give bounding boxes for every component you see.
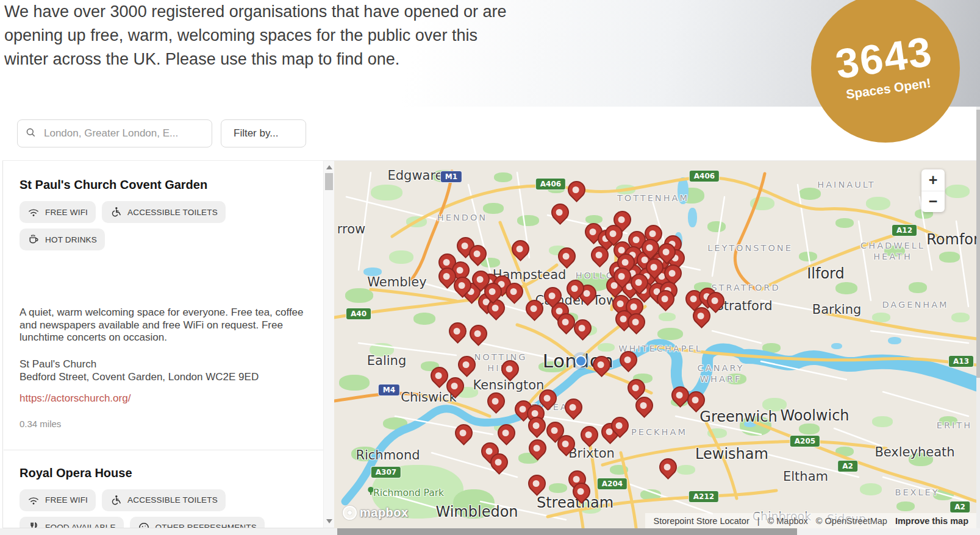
road-shield: A204 <box>597 478 628 490</box>
scroll-down-icon[interactable] <box>326 519 332 523</box>
map-label: HENDON <box>437 213 487 222</box>
amenity-list: FREE WIFIACCESSIBLE TOILETSHOT DRINKS <box>20 201 306 250</box>
attribution-osm-link[interactable]: © OpenStreetMap <box>816 516 887 526</box>
intro-text: We have over 3000 registered organisatio… <box>4 0 523 71</box>
listing-card[interactable]: St Paul's Church Covent GardenFREE WIFIA… <box>4 161 323 450</box>
search-input[interactable] <box>43 127 204 140</box>
attribution-brand: Storepoint Store Locator <box>654 516 749 526</box>
amenity-label: OTHER REFRESHMENTS <box>156 523 257 528</box>
road-shield: A40 <box>346 308 371 320</box>
road-shield: A406 <box>689 170 720 182</box>
scroll-up-icon[interactable] <box>326 165 332 169</box>
improve-map-link[interactable]: Improve this map <box>895 516 968 526</box>
map-label: HEATH <box>873 252 912 261</box>
listing-description: A quiet, warm welcoming space for everyo… <box>20 306 306 344</box>
amenity-chip: ACCESSIBLE TOILETS <box>102 489 226 511</box>
map-label: Romford <box>926 231 977 248</box>
mapbox-logo-text: mapbox <box>360 506 409 520</box>
map-label: Woolwich <box>780 407 849 424</box>
amenity-chip: OTHER REFRESHMENTS <box>130 517 265 528</box>
road-shield: M4 <box>378 384 400 396</box>
attribution-divider: | <box>757 516 760 526</box>
map-label: TOTTENHAM <box>617 193 689 203</box>
amenity-chip: FREE WIFI <box>20 489 96 511</box>
road-shield: A12 <box>892 224 917 236</box>
map-label: LEYTONSTONE <box>707 243 793 253</box>
results-list[interactable]: St Paul's Church Covent GardenFREE WIFIA… <box>4 161 323 528</box>
wheelchair-icon <box>110 494 122 506</box>
road-shield: A212 <box>689 491 719 503</box>
listing-title: St Paul's Church Covent Garden <box>20 178 307 192</box>
amenity-chip: ACCESSIBLE TOILETS <box>102 201 226 223</box>
map-label: CHADWELL <box>860 241 925 250</box>
vertical-scrollbar-thumb[interactable] <box>976 110 980 378</box>
road-shield: A205 <box>790 435 820 447</box>
amenity-chip: FREE WIFI <box>20 201 96 223</box>
map-zoom-control: + − <box>921 169 945 212</box>
map-label: Barking <box>812 302 862 317</box>
map-canvas[interactable]: EdgwareHENDONrrowWembleyEalingHampsteadC… <box>334 160 977 528</box>
sidebar-scrollbar[interactable] <box>323 161 334 528</box>
map-label: WHARF <box>700 374 742 384</box>
sidebar-scrollbar-thumb[interactable] <box>325 173 333 190</box>
search-box[interactable] <box>17 119 212 147</box>
amenity-label: FREE WIFI <box>45 208 88 217</box>
amenity-label: FOOD AVAILABLE <box>45 523 116 528</box>
filter-button[interactable]: Filter by... <box>221 119 306 147</box>
address-line1: St Paul's Church <box>20 358 96 370</box>
listing-website-link[interactable]: https://actorschurch.org/ <box>20 392 307 405</box>
mapbox-logo[interactable]: mapbox <box>343 506 409 520</box>
map-label: Eltham <box>783 469 828 484</box>
listing-title: Royal Opera House <box>20 466 307 480</box>
road-shield: A2 <box>837 460 858 472</box>
attribution-mapbox-link[interactable]: © Mapbox <box>768 516 808 526</box>
map-label: rrow <box>337 222 365 236</box>
map-label: Bexleyheath <box>874 445 954 459</box>
map-label: PECKHAM <box>631 427 687 437</box>
wifi-icon <box>27 206 40 218</box>
zoom-out-button[interactable]: − <box>921 191 945 213</box>
map-label: Greenwich <box>699 408 777 425</box>
road-shield: A406 <box>535 178 566 190</box>
horizontal-scrollbar-thumb[interactable] <box>337 528 797 535</box>
map-label: DAGENHAM <box>882 300 948 310</box>
map-label: Wimbledon <box>435 503 518 520</box>
map-label: Richmond Park <box>373 487 444 498</box>
map-label: Ealing <box>367 353 406 368</box>
address-line2: Bedford Street, Covent Garden, London WC… <box>20 371 259 383</box>
amenity-label: FREE WIFI <box>45 495 88 505</box>
amenity-label: ACCESSIBLE TOILETS <box>127 495 218 505</box>
map-label: Edgware <box>387 168 443 183</box>
map-label: Lewisham <box>695 445 768 462</box>
road-shield: A307 <box>371 466 401 478</box>
hot-drink-icon <box>27 233 40 246</box>
map-label: Richmond <box>356 448 420 462</box>
map-label: Chiswick <box>401 390 456 405</box>
spaces-open-badge: 3643 Spaces Open! <box>811 0 960 143</box>
amenity-label: ACCESSIBLE TOILETS <box>127 208 218 217</box>
listing-distance: 0.34 miles <box>20 419 307 429</box>
map-label: Wembley <box>367 275 426 289</box>
map-attribution: Storepoint Store Locator | © Mapbox © Op… <box>645 513 977 528</box>
listing-address: St Paul's ChurchBedford Street, Covent G… <box>20 358 307 383</box>
amenity-label: HOT DRINKS <box>45 235 97 244</box>
wheelchair-icon <box>110 206 122 218</box>
user-location-dot <box>575 355 587 367</box>
zoom-in-button[interactable]: + <box>921 169 945 191</box>
road-shield: A13 <box>948 355 974 367</box>
filter-button-label: Filter by... <box>234 127 278 140</box>
mapbox-logo-icon <box>343 506 357 520</box>
amenity-list: FREE WIFIACCESSIBLE TOILETSFOOD AVAILABL… <box>20 489 306 528</box>
map-label: ERITH <box>937 420 972 430</box>
road-shield: M1 <box>440 171 462 183</box>
food-icon <box>27 522 40 528</box>
map-label: Brixton <box>568 446 615 461</box>
wifi-icon <box>27 494 40 506</box>
page-vertical-scrollbar[interactable] <box>976 107 980 528</box>
page-horizontal-scrollbar[interactable] <box>0 528 980 535</box>
map-label: NOTTING <box>474 352 527 362</box>
search-icon <box>25 127 37 141</box>
listing-card[interactable]: Royal Opera HouseFREE WIFIACCESSIBLE TOI… <box>4 450 323 528</box>
map-label: BEXLEY <box>895 487 939 497</box>
road-shield: A2 <box>950 501 970 513</box>
